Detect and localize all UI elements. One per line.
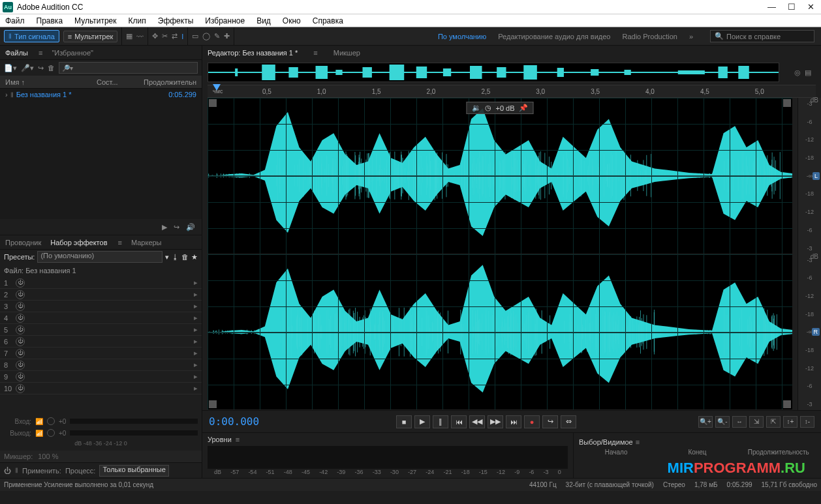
spectral-freq-button[interactable]: ▦	[126, 32, 132, 40]
tab-editor[interactable]: Редактор: Без названия 1 *	[208, 49, 298, 57]
workspace-video[interactable]: Редактирование аудио для видео	[498, 33, 610, 40]
power-icon[interactable]: ⏻	[16, 278, 25, 288]
loop-button[interactable]: ↪	[542, 415, 558, 428]
gain-hud[interactable]: 🔉◷+0 dB📌	[466, 102, 533, 114]
fx-slot[interactable]: 5⏻▸	[0, 324, 202, 336]
brush-tool[interactable]: ✎	[214, 32, 220, 40]
power-icon[interactable]: ⏻	[16, 325, 25, 334]
skip-start-button[interactable]: ⏮	[451, 415, 467, 428]
menu-window[interactable]: Окно	[280, 15, 303, 27]
workspace-radio[interactable]: Radio Production	[622, 33, 677, 40]
zoom-reset-v-button[interactable]: ↕-	[800, 416, 814, 428]
move-tool[interactable]: ✥	[152, 32, 158, 40]
input-knob[interactable]	[47, 417, 55, 425]
record-file-button[interactable]: 🎤▾	[21, 64, 34, 72]
corner-handle[interactable]	[783, 99, 791, 107]
zoom-in-v-button[interactable]: ⇱	[766, 416, 781, 428]
skip-sel-button[interactable]: ⇔	[561, 415, 576, 428]
pause-button[interactable]: ‖	[433, 415, 448, 428]
time-select-tool[interactable]: I	[181, 33, 183, 40]
corner-handle[interactable]	[209, 400, 217, 408]
workspace-default[interactable]: По умолчанию	[438, 33, 486, 40]
tab-effects-rack[interactable]: Набор эффектов	[50, 239, 107, 246]
fx-slot[interactable]: 9⏻▸	[0, 371, 202, 383]
workspace-more[interactable]: »	[689, 33, 693, 40]
menu-file[interactable]: Файл	[3, 15, 27, 27]
waveform-mode-button[interactable]: ⫴Тип сигнала	[4, 30, 59, 42]
minimize-button[interactable]: —	[767, 2, 776, 12]
power-icon[interactable]: ⏻	[16, 384, 25, 393]
spectral-pitch-button[interactable]: 〰	[136, 33, 144, 40]
col-name[interactable]: Имя ↑	[5, 78, 97, 86]
menu-clip[interactable]: Клип	[126, 15, 149, 27]
process-select[interactable]: Только выбранные	[99, 465, 168, 477]
fx-slot[interactable]: 10⏻▸	[0, 383, 202, 394]
close-file-button[interactable]: 🗑	[48, 64, 55, 72]
play-file-button[interactable]: ▶	[162, 223, 167, 231]
insert-button[interactable]: ↪	[38, 64, 44, 72]
fx-slot[interactable]: 3⏻▸	[0, 301, 202, 312]
power-icon[interactable]: ⏻	[16, 372, 25, 381]
skip-end-button[interactable]: ⏭	[506, 415, 521, 428]
corner-handle[interactable]	[209, 99, 217, 107]
play-button[interactable]: ▶	[414, 415, 430, 428]
fx-slot[interactable]: 4⏻▸	[0, 312, 202, 324]
delete-preset-button[interactable]: 🗑	[181, 253, 189, 261]
rewind-button[interactable]: ◀◀	[469, 415, 485, 428]
menu-help[interactable]: Справка	[310, 15, 346, 27]
menu-edit[interactable]: Правка	[34, 15, 66, 27]
heal-tool[interactable]: ✚	[224, 32, 230, 40]
fx-slot[interactable]: 8⏻▸	[0, 359, 202, 371]
record-button[interactable]: ●	[524, 415, 540, 428]
zoom-sel-button[interactable]: ⇲	[749, 416, 764, 428]
tab-markers[interactable]: Маркеры	[131, 239, 162, 246]
channel-left-indicator[interactable]: L	[813, 172, 820, 180]
zoom-nav-icon[interactable]: ◎	[794, 68, 801, 77]
slip-tool[interactable]: ⇄	[172, 32, 178, 40]
tab-explorer[interactable]: Проводник	[5, 239, 41, 246]
file-row[interactable]: › ⫴ Без названия 1 * 0:05.299	[0, 89, 202, 100]
tab-mixer[interactable]: Микшер	[333, 49, 360, 57]
zoom-in-button[interactable]: 🔍+	[698, 416, 713, 428]
fx-slot[interactable]: 1⏻▸	[0, 277, 202, 289]
levels-menu-icon[interactable]: ≡	[236, 436, 240, 443]
rack-chain-icon[interactable]: ⦀	[15, 466, 18, 475]
fx-slot[interactable]: 2⏻▸	[0, 289, 202, 301]
power-icon[interactable]: ⏻	[16, 290, 25, 299]
help-search-input[interactable]: 🔍Поиск в справке	[710, 30, 814, 42]
waveform-right-channel[interactable]	[208, 254, 792, 411]
preset-select[interactable]: (По умолчанию)	[37, 251, 163, 263]
power-icon[interactable]: ⏻	[16, 349, 25, 358]
power-icon[interactable]: ⏻	[16, 302, 25, 311]
zoom-out-v-button[interactable]: ↕+	[783, 416, 798, 428]
razor-tool[interactable]: ✂	[162, 32, 168, 40]
auto-play-button[interactable]: 🔊	[186, 223, 195, 231]
waveform-overview[interactable]	[208, 63, 779, 82]
power-icon[interactable]: ⏻	[16, 314, 25, 323]
menu-effects[interactable]: Эффекты	[155, 15, 196, 27]
zoom-full-button[interactable]: ↔	[732, 416, 747, 428]
zoom-out-button[interactable]: 🔍-	[715, 416, 730, 428]
maximize-button[interactable]: ☐	[788, 2, 796, 12]
menu-multitrack[interactable]: Мультитрек	[72, 15, 119, 27]
open-file-button[interactable]: 📄▾	[4, 64, 17, 72]
editor-menu-icon[interactable]: ≡	[313, 49, 317, 57]
rack-menu-icon[interactable]: ≡	[118, 239, 122, 246]
files-filter-input[interactable]: 🔎▾	[59, 62, 198, 74]
fx-slot[interactable]: 7⏻▸	[0, 348, 202, 359]
pin-icon[interactable]: 📌	[519, 104, 528, 112]
save-preset-button[interactable]: ⭳	[172, 253, 179, 261]
col-duration[interactable]: Продолжительн	[142, 78, 196, 86]
current-time-display[interactable]: 0:00.000	[209, 415, 274, 428]
tab-files[interactable]: Файлы	[5, 49, 28, 57]
waveform-left-channel[interactable]: 🔉◷+0 dB📌	[208, 98, 792, 254]
tab-favorites[interactable]: "Избранное"	[52, 49, 93, 57]
timeline-ruler[interactable]: чмс 0,5 1,0 1,5 2,0 2,5 3,0 3,5 4,0 4,5 …	[208, 85, 816, 98]
stop-button[interactable]: ■	[396, 415, 412, 428]
corner-handle[interactable]	[783, 400, 791, 408]
selview-menu-icon[interactable]: ≡	[636, 438, 640, 446]
rack-power-button[interactable]: ⏻	[4, 467, 11, 475]
menu-view[interactable]: Вид	[254, 15, 273, 27]
col-status[interactable]: Сост...	[97, 78, 142, 86]
fav-preset-button[interactable]: ★	[191, 253, 198, 261]
